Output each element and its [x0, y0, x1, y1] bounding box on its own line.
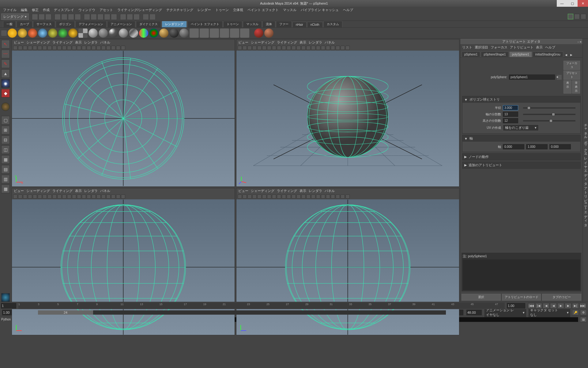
vp-menu-show[interactable]: 表示: [300, 40, 306, 45]
vp-tool-icon[interactable]: [316, 46, 320, 50]
scale-tool[interactable]: ◆: [1, 89, 10, 98]
vp-tool-icon[interactable]: [301, 194, 306, 199]
ae-menu-show[interactable]: 表示: [536, 45, 543, 50]
menu-pipeline[interactable]: パイプライン キャッシュ: [300, 7, 340, 13]
vp-tool-icon[interactable]: [121, 46, 125, 50]
script-editor-button[interactable]: ▤: [580, 317, 587, 322]
vp-menu-lighting[interactable]: ライティング: [277, 189, 297, 193]
notes-textarea[interactable]: [463, 259, 580, 290]
vp-tool-icon[interactable]: [96, 46, 101, 50]
vp-tool-icon[interactable]: [252, 194, 257, 199]
layout-two-v-icon[interactable]: ◫: [1, 145, 10, 154]
vp-tool-icon[interactable]: [277, 46, 281, 50]
vp-tool-icon[interactable]: [72, 194, 76, 199]
snap-plane-icon[interactable]: [104, 14, 110, 20]
vp-menu-panels[interactable]: パネル: [100, 40, 110, 45]
node-name-input[interactable]: [509, 75, 555, 80]
paint-icon[interactable]: [264, 29, 273, 38]
vp-tool-icon[interactable]: [282, 46, 286, 50]
snap-live-icon[interactable]: [111, 14, 117, 20]
undo-icon[interactable]: [55, 14, 61, 20]
focus-button[interactable]: フォーカス: [564, 61, 580, 70]
vp-tool-icon[interactable]: [101, 46, 106, 50]
shader-icon[interactable]: [179, 29, 189, 38]
vp-tool-icon[interactable]: [47, 46, 52, 50]
layout-single-icon[interactable]: ▢: [1, 116, 10, 125]
ae-menu-help[interactable]: ヘルプ: [545, 45, 555, 50]
vp-tool-icon[interactable]: [101, 194, 106, 199]
vp-tool-icon[interactable]: [72, 46, 76, 50]
vp-tool-icon[interactable]: [23, 46, 27, 50]
light-icon[interactable]: [68, 29, 77, 38]
rotate-tool[interactable]: ◉: [1, 79, 10, 88]
save-scene-icon[interactable]: [45, 14, 51, 20]
point-light-icon[interactable]: [18, 29, 27, 38]
vp-tool-icon[interactable]: [92, 194, 96, 199]
menu-lighting[interactable]: ライティング/シェーディング: [116, 7, 163, 13]
render-view-icon[interactable]: [190, 29, 199, 38]
vp-tool-icon[interactable]: [287, 46, 291, 50]
vp-tool-icon[interactable]: [52, 194, 57, 199]
vp-menu-shading[interactable]: シェーディング: [251, 40, 274, 45]
ramp-icon[interactable]: [139, 29, 148, 38]
vp-tool-icon[interactable]: [341, 194, 345, 199]
vp-tool-icon[interactable]: [28, 46, 32, 50]
use-background-icon[interactable]: [169, 29, 179, 38]
blinn-icon[interactable]: [89, 29, 98, 38]
vp-tool-icon[interactable]: [306, 46, 311, 50]
vp-tool-icon[interactable]: [77, 194, 81, 199]
menu-help[interactable]: ヘルプ: [342, 7, 354, 13]
menu-assets[interactable]: アセット: [98, 7, 114, 13]
vp-tool-icon[interactable]: [262, 46, 266, 50]
command-language-label[interactable]: Python: [1, 318, 11, 321]
vp-tool-icon[interactable]: [292, 46, 296, 50]
tab-muscle[interactable]: マッスル: [243, 21, 262, 27]
section-header-node-behavior[interactable]: ▶ノードの動作: [462, 154, 580, 160]
range-end-anim-input[interactable]: [466, 310, 482, 315]
vp-tool-icon[interactable]: [38, 46, 42, 50]
tab-animation[interactable]: アニメーション: [107, 21, 135, 27]
render-icon[interactable]: [120, 14, 126, 20]
layout-outliner-icon[interactable]: ▤: [1, 165, 10, 174]
vp-tool-icon[interactable]: [87, 194, 91, 199]
vp-tool-icon[interactable]: [257, 46, 262, 50]
spot-light-icon[interactable]: [28, 29, 37, 38]
copy-tab-button[interactable]: タブのコピー: [542, 294, 581, 301]
vp-tool-icon[interactable]: [341, 46, 345, 50]
panel-undock-icon[interactable]: ▫ ✕: [578, 39, 582, 45]
menu-stereo[interactable]: 立体視: [232, 7, 244, 13]
show-button[interactable]: 表示: [564, 80, 571, 94]
vp-tool-icon[interactable]: [243, 46, 247, 50]
time-slider-track[interactable]: 1357911131517192123252729313335373941434…: [18, 303, 505, 309]
vp-tool-icon[interactable]: [111, 46, 115, 50]
vp-menu-view[interactable]: ビュー: [238, 40, 248, 45]
vp-tool-icon[interactable]: [316, 194, 320, 199]
play-forward-button[interactable]: ▶: [557, 303, 564, 309]
vp-tool-icon[interactable]: [277, 194, 281, 199]
tab-paint-effects[interactable]: ペイント エフェクト: [187, 21, 223, 27]
vp-tool-icon[interactable]: [287, 194, 291, 199]
tab-scroll-left-icon[interactable]: ◀: [564, 52, 568, 57]
axis-z-input[interactable]: [549, 144, 571, 149]
vp-tool-icon[interactable]: [311, 46, 315, 50]
ambient-light-icon[interactable]: [48, 29, 57, 38]
layout-two-h-icon[interactable]: ⊟: [1, 136, 10, 144]
vp-tool-icon[interactable]: [272, 46, 276, 50]
vp-tool-icon[interactable]: [321, 46, 325, 50]
vp-tool-icon[interactable]: [87, 46, 91, 50]
tab-nhair[interactable]: nHair: [292, 22, 307, 27]
vp-tool-icon[interactable]: [82, 194, 86, 199]
radius-input[interactable]: [503, 105, 518, 110]
vp-tool-icon[interactable]: [345, 194, 350, 199]
vp-tool-icon[interactable]: [331, 194, 335, 199]
vp-menu-show[interactable]: 表示: [75, 189, 82, 193]
step-forward-key-button[interactable]: ▶|: [572, 303, 579, 309]
redo-icon[interactable]: [61, 14, 67, 20]
vp-tool-icon[interactable]: [111, 194, 115, 199]
menu-paint[interactable]: ペイント エフェクト: [246, 7, 280, 13]
attr-tab-polysphere1[interactable]: polySphere1: [509, 52, 532, 57]
maya-logo-icon[interactable]: [1, 293, 10, 302]
subdiv-axis-slider[interactable]: [523, 114, 575, 115]
vp-tool-icon[interactable]: [33, 194, 37, 199]
menu-edit[interactable]: 編集: [20, 7, 29, 13]
